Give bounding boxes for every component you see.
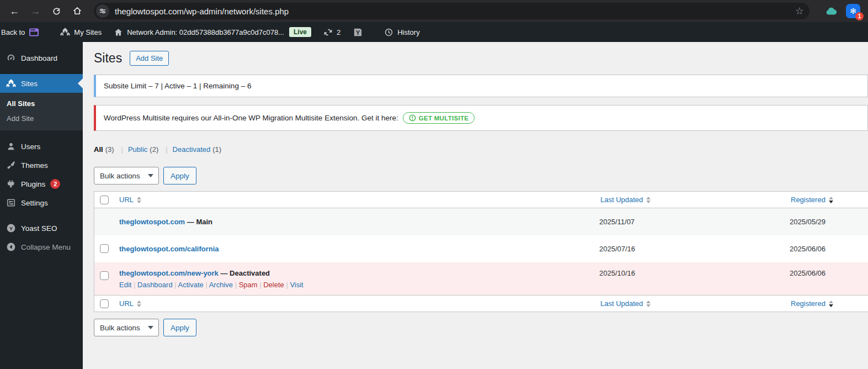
site-url-cell: theglowtospot.com/new-york — Deactivated… bbox=[114, 262, 595, 295]
browser-back-icon[interactable]: ← bbox=[6, 2, 23, 20]
admin-bar-my-sites[interactable]: My Sites bbox=[54, 22, 108, 42]
table-header-row: URL Last Updated Registered bbox=[94, 192, 868, 208]
table-row: theglowtospot.com/california 2025/07/16 … bbox=[94, 235, 868, 262]
select-all-checkbox[interactable] bbox=[100, 299, 109, 308]
yoast-icon: Y bbox=[353, 27, 363, 38]
site-link[interactable]: theglowtospot.com/new-york bbox=[119, 269, 219, 277]
site-settings-icon[interactable] bbox=[96, 4, 109, 18]
multisite-notice-text: WordPress Multisite requires our All-in-… bbox=[104, 114, 398, 122]
site-url-cell: theglowtospot.com — Main bbox=[114, 208, 595, 235]
column-footer-registered[interactable]: Registered bbox=[785, 296, 868, 312]
action-archive[interactable]: Archive bbox=[209, 281, 239, 289]
action-spam[interactable]: Spam bbox=[239, 281, 264, 289]
network-admin-label: Network Admin: 02dd57388db3677a9c0d7c078… bbox=[127, 28, 284, 36]
last-updated-cell: 2025/07/16 bbox=[595, 235, 785, 262]
history-label: History bbox=[397, 28, 419, 36]
filter-deactivated[interactable]: Deactivated (1) bbox=[173, 145, 222, 154]
update-icon bbox=[323, 28, 333, 37]
browser-reload-icon[interactable] bbox=[47, 2, 65, 20]
column-label: Registered bbox=[791, 299, 826, 308]
action-delete[interactable]: Delete bbox=[263, 281, 290, 289]
column-label: Last Updated bbox=[600, 196, 643, 204]
get-multisite-button[interactable]: GET MULTISITE bbox=[403, 112, 475, 124]
select-all-checkbox[interactable] bbox=[100, 196, 109, 204]
select-all-cell bbox=[94, 192, 114, 206]
row-checkbox[interactable] bbox=[100, 271, 109, 280]
bookmark-star-icon[interactable]: ☆ bbox=[795, 5, 804, 17]
column-header-url[interactable]: URL bbox=[114, 192, 595, 208]
filter-count: (1) bbox=[212, 145, 221, 154]
sidebar-label: Dashboard bbox=[21, 54, 57, 62]
admin-sidebar: Dashboard Sites All Sites Add Site bbox=[0, 42, 83, 369]
tune-icon bbox=[99, 7, 106, 15]
address-bar[interactable]: theglowtospot.com/wp-admin/network/sites… bbox=[94, 3, 810, 19]
filter-count: (2) bbox=[150, 145, 158, 154]
window-icon bbox=[29, 28, 39, 37]
themes-icon bbox=[6, 160, 16, 171]
column-header-last-updated[interactable]: Last Updated bbox=[595, 192, 785, 208]
row-checkbox-cell bbox=[94, 208, 114, 217]
sort-icon bbox=[137, 197, 141, 203]
sidebar-item-all-sites[interactable]: All Sites bbox=[0, 96, 83, 111]
row-checkbox-cell bbox=[94, 262, 114, 282]
row-actions: EditDashboardActivateArchiveSpamDeleteVi… bbox=[119, 281, 589, 289]
sidebar-label: Themes bbox=[21, 161, 48, 170]
sidebar-label: Users bbox=[21, 143, 40, 151]
column-footer-last-updated[interactable]: Last Updated bbox=[595, 296, 785, 312]
registered-cell: 2025/06/06 bbox=[785, 235, 868, 262]
sidebar-label: Settings bbox=[21, 199, 48, 207]
action-activate[interactable]: Activate bbox=[178, 281, 209, 289]
filter-label: All bbox=[94, 145, 103, 154]
browser-profile-avatar[interactable]: ✻ 1 bbox=[846, 4, 860, 18]
page-title: Sites bbox=[94, 51, 122, 66]
site-link[interactable]: theglowtospot.com/california bbox=[119, 245, 219, 253]
filter-count: (3) bbox=[105, 145, 114, 154]
browser-home-icon[interactable] bbox=[68, 2, 86, 20]
apply-button[interactable]: Apply bbox=[163, 319, 196, 336]
admin-bar-network-admin[interactable]: Network Admin: 02dd57388db3677a9c0d7c078… bbox=[108, 22, 317, 42]
filter-public[interactable]: Public (2) bbox=[128, 145, 173, 154]
apply-button[interactable]: Apply bbox=[163, 167, 196, 184]
admin-bar-history[interactable]: History bbox=[378, 22, 425, 42]
registered-cell: 2025/06/06 bbox=[785, 262, 868, 284]
admin-bar-yoast[interactable]: Y bbox=[347, 22, 369, 42]
screen: ← → theglowtospot.com/wp-admin/network/s… bbox=[0, 0, 868, 369]
sidebar-item-dashboard[interactable]: Dashboard bbox=[0, 49, 83, 67]
last-updated-cell: 2025/10/16 bbox=[595, 262, 785, 284]
sidebar-item-settings[interactable]: Settings bbox=[0, 193, 83, 212]
row-checkbox[interactable] bbox=[100, 244, 109, 253]
sort-icon bbox=[137, 301, 141, 307]
bulk-actions-top: Bulk actions Apply bbox=[94, 167, 868, 184]
action-visit[interactable]: Visit bbox=[290, 281, 303, 289]
cloud-extension-icon[interactable] bbox=[825, 6, 837, 16]
admin-layout: Dashboard Sites All Sites Add Site bbox=[0, 42, 868, 369]
sidebar-item-plugins[interactable]: Plugins 2 bbox=[0, 175, 83, 193]
browser-forward-icon[interactable]: → bbox=[26, 2, 44, 20]
admin-bar-back-to[interactable]: Back to bbox=[0, 22, 45, 42]
admin-bar-updates[interactable]: 2 bbox=[317, 22, 347, 42]
action-dashboard[interactable]: Dashboard bbox=[137, 281, 178, 289]
main-content: Sites Add Site Subsite Limit – 7 | Activ… bbox=[83, 42, 868, 369]
action-edit[interactable]: Edit bbox=[119, 281, 137, 289]
sidebar-item-users[interactable]: Users bbox=[0, 137, 83, 156]
add-site-button[interactable]: Add Site bbox=[130, 51, 169, 66]
site-link[interactable]: theglowtospot.com bbox=[119, 218, 185, 226]
bulk-actions-select[interactable]: Bulk actions bbox=[94, 167, 159, 184]
sidebar-item-sites[interactable]: Sites bbox=[0, 74, 83, 93]
column-footer-url[interactable]: URL bbox=[114, 296, 595, 312]
bulk-actions-select[interactable]: Bulk actions bbox=[94, 319, 159, 336]
sidebar-item-add-site[interactable]: Add Site bbox=[0, 111, 83, 126]
sidebar-item-yoast-seo[interactable]: Y Yoast SEO bbox=[0, 219, 83, 238]
sidebar-separator bbox=[0, 212, 83, 219]
sidebar-item-collapse-menu[interactable]: Collapse Menu bbox=[0, 238, 83, 256]
chevron-down-icon bbox=[148, 174, 153, 177]
sidebar-item-themes[interactable]: Themes bbox=[0, 156, 83, 175]
cloud-icon bbox=[825, 6, 837, 16]
column-label: Registered bbox=[791, 196, 826, 204]
sidebar-label: Plugins bbox=[21, 180, 45, 188]
column-header-registered[interactable]: Registered bbox=[785, 192, 868, 208]
sites-icon bbox=[6, 78, 16, 89]
filter-all[interactable]: All (3) bbox=[94, 145, 128, 154]
url-text[interactable]: theglowtospot.com/wp-admin/network/sites… bbox=[115, 7, 795, 16]
bulk-actions-value: Bulk actions bbox=[100, 172, 140, 180]
